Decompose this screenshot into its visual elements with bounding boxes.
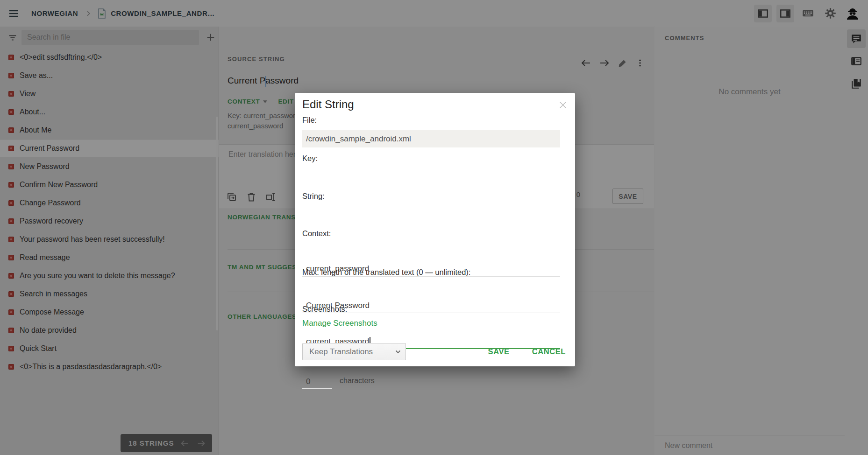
max-length-field[interactable] <box>302 374 332 389</box>
characters-label: characters <box>340 377 375 385</box>
string-label: String: <box>302 192 325 201</box>
close-icon[interactable] <box>557 99 569 111</box>
dialog-title: Edit String <box>302 98 354 111</box>
key-label: Key: <box>302 154 318 163</box>
file-label: File: <box>302 116 317 125</box>
dialog-save-button[interactable]: SAVE <box>487 345 511 358</box>
max-length-label: Max. length of the translated text (0 — … <box>302 268 470 277</box>
chevron-down-icon <box>395 350 401 354</box>
dialog-cancel-button[interactable]: CANCEL <box>531 345 567 358</box>
manage-screenshots-link[interactable]: Manage Screenshots <box>302 319 377 328</box>
crowdin-editor: NORWEGIAN CROWDIN_SAMPLE_ANDR… <box>0 0 868 455</box>
context-label: Context: <box>302 229 331 238</box>
keep-translations-select[interactable]: Keep Translations <box>302 343 406 360</box>
file-field[interactable] <box>302 130 560 147</box>
screenshots-label: Screenshots: <box>302 305 347 314</box>
edit-string-dialog: Edit String File: Key: String: Context: … <box>295 93 575 366</box>
